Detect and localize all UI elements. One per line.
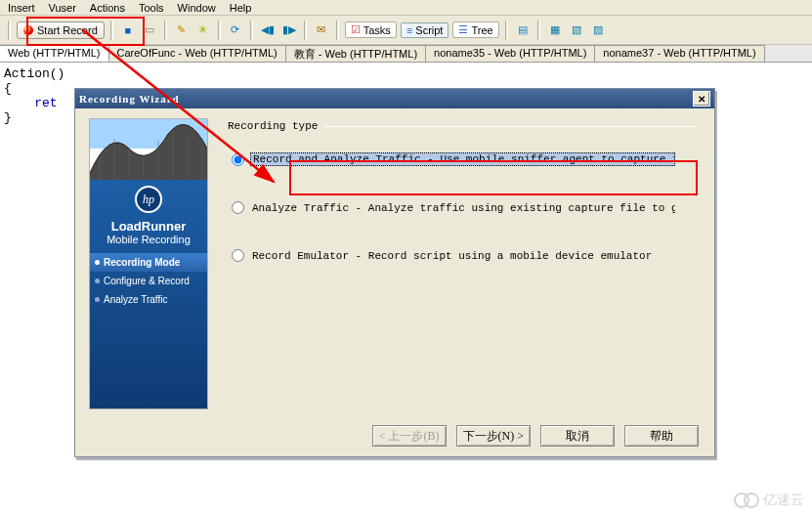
- bookmark-prev-icon[interactable]: ◀▮: [259, 21, 277, 39]
- toolbar-separator: [336, 21, 339, 40]
- tree-icon: ☰: [458, 23, 468, 36]
- tasks-label: Tasks: [363, 24, 391, 36]
- option-record-emulator[interactable]: Record Emulator - Record script using a …: [228, 246, 695, 265]
- tasks-icon: ☑: [351, 23, 361, 36]
- tree-button[interactable]: ☰ Tree: [452, 21, 498, 38]
- watermark: 亿速云: [734, 492, 804, 509]
- rollercoaster-icon: [90, 119, 207, 180]
- wizard-main-panel: Recording type Record and Analyze Traffi…: [208, 108, 714, 419]
- recording-type-label: Recording type: [228, 120, 695, 132]
- toolbar-separator: [218, 21, 221, 40]
- toolbar-separator: [164, 21, 167, 40]
- recording-wizard-dialog: Recording Wizard ✕ hp L: [74, 88, 715, 457]
- menu-item-insert[interactable]: Insert: [8, 2, 35, 13]
- toolbar-separator: [110, 21, 113, 40]
- tree-label: Tree: [471, 24, 492, 36]
- dialog-title: Recording Wizard: [79, 93, 693, 105]
- start-record-button[interactable]: Start Record: [17, 21, 105, 39]
- script-button[interactable]: ≡ Script: [401, 22, 449, 38]
- wand-icon[interactable]: ✎: [173, 21, 191, 39]
- wizard-step-configure-record[interactable]: Configure & Record: [90, 272, 207, 290]
- script-label: Script: [415, 24, 443, 36]
- toolbar-separator: [304, 21, 307, 40]
- hp-logo-icon: hp: [135, 186, 162, 213]
- menu-item-vuser[interactable]: Vuser: [49, 2, 76, 13]
- bookmark-next-icon[interactable]: ▮▶: [280, 21, 298, 39]
- stop-icon[interactable]: ■: [119, 21, 137, 39]
- menu-item-window[interactable]: Window: [178, 2, 216, 13]
- close-button[interactable]: ✕: [693, 91, 710, 107]
- toolbar-separator: [537, 21, 540, 40]
- menu-bar: Insert Vuser Actions Tools Window Help: [0, 0, 812, 16]
- record-icon: [23, 25, 33, 35]
- menu-item-help[interactable]: Help: [230, 2, 252, 13]
- main-toolbar: Start Record ■ ▭ ✎ ✳ ⟳ ◀▮ ▮▶ ✉ ☑ Tasks ≡…: [0, 16, 812, 45]
- menu-item-actions[interactable]: Actions: [90, 2, 125, 13]
- wizard-step-recording-mode[interactable]: Recording Mode: [90, 253, 207, 272]
- help-button[interactable]: 帮助: [624, 425, 699, 447]
- option-record-analyze-traffic[interactable]: Record and Analyze Traffic - Use mobile …: [228, 150, 695, 169]
- refresh-icon[interactable]: ⟳: [227, 21, 244, 39]
- layout-b-icon[interactable]: ▧: [568, 21, 585, 39]
- thumb-icon[interactable]: ▤: [514, 21, 532, 39]
- watermark-text: 亿速云: [763, 492, 804, 509]
- toolbar-separator: [250, 21, 253, 40]
- option-label: Record and Analyze Traffic - Use mobile …: [250, 152, 675, 166]
- next-button[interactable]: 下一步(N) >: [456, 425, 531, 447]
- radio-emulator[interactable]: [232, 249, 244, 262]
- brand-title: LoadRunner: [90, 219, 207, 234]
- tab-noname35[interactable]: noname35 - Web (HTTP/HTML): [426, 45, 595, 62]
- radio-analyze[interactable]: [232, 201, 244, 214]
- radio-record-analyze[interactable]: [232, 153, 244, 166]
- toolbar-separator: [8, 21, 11, 40]
- new-icon[interactable]: ▭: [141, 21, 158, 39]
- brand-subtitle: Mobile Recording: [90, 234, 207, 245]
- tab-web-http-html[interactable]: Web (HTTP/HTML): [0, 45, 109, 62]
- watermark-icon: [744, 493, 759, 508]
- cancel-button[interactable]: 取消: [540, 425, 615, 447]
- comment-icon[interactable]: ✉: [313, 21, 330, 39]
- back-button: < 上一步(B): [372, 425, 447, 447]
- wizard-step-analyze-traffic[interactable]: Analyze Traffic: [90, 290, 207, 309]
- start-record-label: Start Record: [37, 24, 98, 36]
- document-tabs: Web (HTTP/HTML) CareOfFunc - Web (HTTP/H…: [0, 45, 812, 63]
- option-analyze-traffic[interactable]: Analyze Traffic - Analyze traffic using …: [228, 198, 695, 217]
- tab-careoffunc[interactable]: CareOfFunc - Web (HTTP/HTML): [109, 45, 286, 62]
- wizard-side-panel: hp LoadRunner Mobile Recording Recording…: [89, 118, 208, 409]
- toolbar-separator: [505, 21, 508, 40]
- option-label: Analyze Traffic - Analyze traffic using …: [250, 202, 675, 214]
- script-icon: ≡: [406, 24, 412, 36]
- tab-noname37[interactable]: noname37 - Web (HTTP/HTML): [595, 45, 764, 62]
- layout-c-icon[interactable]: ▨: [589, 21, 607, 39]
- dialog-titlebar[interactable]: Recording Wizard ✕: [75, 89, 714, 108]
- layout-a-icon[interactable]: ▦: [546, 21, 564, 39]
- dialog-footer: < 上一步(B) 下一步(N) > 取消 帮助: [75, 419, 714, 452]
- tasks-button[interactable]: ☑ Tasks: [345, 21, 397, 38]
- tab-jiaoyu[interactable]: 教育 - Web (HTTP/HTML): [286, 45, 426, 62]
- wizard-brand-panel: hp LoadRunner Mobile Recording Recording…: [90, 180, 207, 408]
- link-icon[interactable]: ✳: [194, 21, 212, 39]
- menu-item-tools[interactable]: Tools: [139, 2, 164, 13]
- wizard-banner-image: [90, 119, 207, 180]
- option-label: Record Emulator - Record script using a …: [250, 250, 654, 262]
